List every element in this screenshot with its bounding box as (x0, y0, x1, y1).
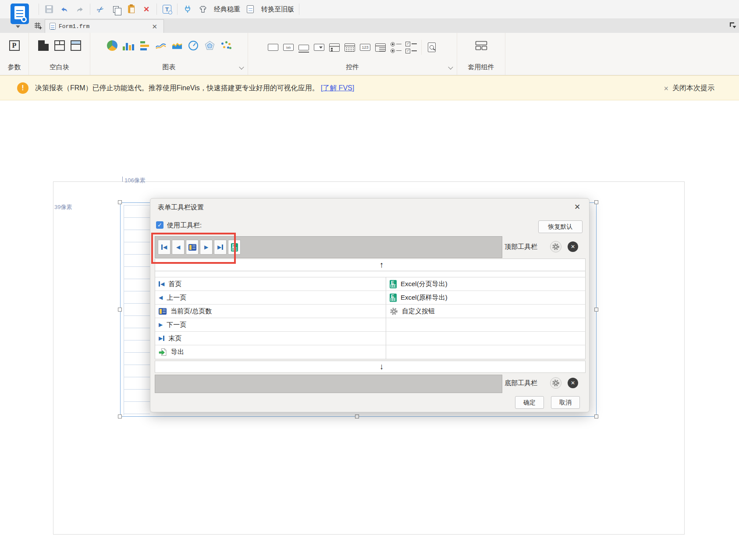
redo-button[interactable] (75, 4, 85, 15)
notice-close-icon[interactable]: × (664, 85, 668, 92)
use-toolbar-checkbox[interactable]: ✓ (156, 221, 163, 229)
notice-close-label[interactable]: 关闭本次提示 (672, 84, 714, 93)
tree-icon (329, 43, 340, 52)
toolbar-item-excel[interactable]: EExcel(分页导出) (386, 277, 585, 291)
top-toolbar-strip[interactable]: ◀◀▶▶E (155, 236, 502, 258)
dialog-close-icon[interactable]: ✕ (572, 202, 582, 212)
radar-chart-button[interactable] (204, 40, 215, 51)
resize-handle[interactable] (594, 308, 598, 312)
parameter-pane-button[interactable]: P (9, 40, 20, 51)
convert-legacy-label[interactable]: 转换至旧版 (261, 5, 294, 14)
tab-close-icon[interactable]: ✕ (152, 23, 157, 30)
paste-button[interactable] (126, 4, 136, 15)
toolbar-item-page-number[interactable]: 当前页/总页数 (155, 305, 386, 318)
dock-layout-icon[interactable] (728, 21, 737, 31)
chart-more-chevron-icon[interactable] (239, 64, 244, 69)
save-button[interactable] (44, 4, 54, 15)
toolbar-item-prev-page[interactable]: ◀上一页 (155, 291, 386, 304)
ok-button[interactable]: 确定 (515, 396, 544, 409)
textbox-widget-button[interactable] (268, 42, 278, 53)
convert-legacy-button[interactable] (245, 4, 256, 15)
radio-widget-button[interactable] (391, 42, 401, 53)
app-logo[interactable] (11, 4, 29, 24)
form-toolbar-settings-dialog: 表单工具栏设置 ✕ ✓ 使用工具栏: 恢复默认 ◀◀▶▶E 顶部工具栏 ✕ ↑ … (150, 198, 590, 412)
textarea-widget-button[interactable] (298, 42, 309, 53)
move-down-band: ↓ (155, 361, 586, 373)
new-template-button[interactable] (33, 21, 43, 31)
bar-chart-button[interactable] (123, 40, 134, 51)
section-label: 控件 (346, 63, 359, 71)
resize-handle[interactable] (355, 415, 359, 418)
paste-icon (128, 5, 135, 13)
bottom-toolbar-settings-button[interactable] (550, 377, 561, 389)
checkbox-widget-button[interactable] (406, 42, 416, 53)
divider (177, 4, 178, 15)
bottom-toolbar-remove-button[interactable]: ✕ (568, 378, 578, 388)
logo-menu-caret-icon[interactable] (16, 25, 20, 28)
toolbar-item-export[interactable]: 导出 (155, 345, 386, 359)
toolbar-item-empty (386, 345, 585, 359)
resize-handle[interactable] (594, 415, 598, 418)
cancel-button[interactable]: 取消 (551, 396, 580, 409)
resize-handle[interactable] (118, 200, 122, 204)
cut-button[interactable]: ✂ (95, 4, 106, 15)
calendar-icon (345, 43, 355, 52)
line-chart-button[interactable] (156, 40, 166, 51)
toolbar-item-next-page[interactable]: ▶下一页 (155, 318, 386, 331)
theme-label[interactable]: 经典稳重 (214, 5, 240, 14)
theme-button[interactable] (198, 4, 208, 15)
reuse-component-button[interactable] (474, 40, 489, 51)
toolbar-item-gear[interactable]: 自定义按钮 (386, 305, 585, 318)
toolbar-item-first-page[interactable]: ◀首页 (155, 277, 386, 291)
toolbar-config-row: ▶下一页 (155, 318, 585, 332)
resize-handle[interactable] (118, 415, 122, 418)
preview-prev-page-button[interactable]: ◀ (172, 240, 185, 255)
bottom-toolbar-strip[interactable] (155, 375, 502, 393)
number-widget-button[interactable]: 123 (360, 42, 370, 53)
report-block-button[interactable] (38, 40, 49, 51)
radio-group-icon (391, 42, 401, 53)
resize-handle[interactable] (594, 200, 598, 204)
scatter-chart-button[interactable] (220, 40, 231, 51)
top-toolbar-settings-button[interactable] (550, 241, 561, 252)
toolbar-item-excel[interactable]: EExcel(原样导出) (386, 291, 585, 304)
height-measure-label: 39像素 (54, 203, 72, 211)
data-connection-button[interactable] (182, 4, 193, 15)
toolbar-item-last-page[interactable]: ▶末页 (155, 332, 386, 345)
preview-last-page-button[interactable]: ▶ (214, 240, 227, 255)
form-file-icon (50, 23, 56, 30)
section-label: 图表 (163, 63, 176, 71)
tab-form1[interactable]: Form1.frm ✕ (45, 19, 164, 33)
first-page-icon: ◀ (161, 245, 167, 250)
preview-excel-button[interactable]: E (228, 240, 241, 255)
hbar-chart-button[interactable] (139, 40, 150, 51)
restore-default-button[interactable]: 恢复默认 (538, 220, 583, 233)
widget-more-chevron-icon[interactable] (448, 64, 453, 69)
preview-next-page-button[interactable]: ▶ (200, 240, 213, 255)
gauge-chart-button[interactable] (188, 40, 199, 51)
datepicker-widget-button[interactable] (345, 42, 355, 53)
combobox-widget-button[interactable] (314, 42, 324, 53)
section-label: 空白块 (50, 63, 69, 71)
pie-chart-button[interactable] (107, 40, 117, 51)
split-block-button[interactable] (54, 40, 65, 51)
label-widget-button[interactable]: lab (283, 42, 294, 53)
undo-button[interactable] (59, 4, 70, 15)
resize-handle[interactable] (118, 308, 122, 312)
list-widget-button[interactable] (375, 42, 386, 53)
learn-fvs-link[interactable]: [了解 FVS] (321, 84, 354, 92)
top-toolbar-remove-button[interactable]: ✕ (568, 241, 578, 252)
delete-button[interactable]: ✕ (141, 4, 152, 15)
last-page-icon: ▶ (159, 336, 164, 341)
logo-magnifier-icon (21, 17, 27, 22)
bottom-toolbar-label: 底部工具栏 (505, 379, 537, 387)
textbox-icon (268, 44, 278, 51)
query-widget-button[interactable] (426, 42, 437, 53)
preview-first-page-button[interactable]: ◀ (158, 240, 171, 255)
titled-block-button[interactable] (71, 40, 81, 51)
area-chart-button[interactable] (172, 40, 182, 51)
copy-button[interactable] (110, 4, 121, 15)
find-text-button[interactable]: T (162, 4, 172, 15)
preview-page-number-button[interactable] (186, 240, 199, 255)
tree-widget-button[interactable] (329, 42, 340, 53)
